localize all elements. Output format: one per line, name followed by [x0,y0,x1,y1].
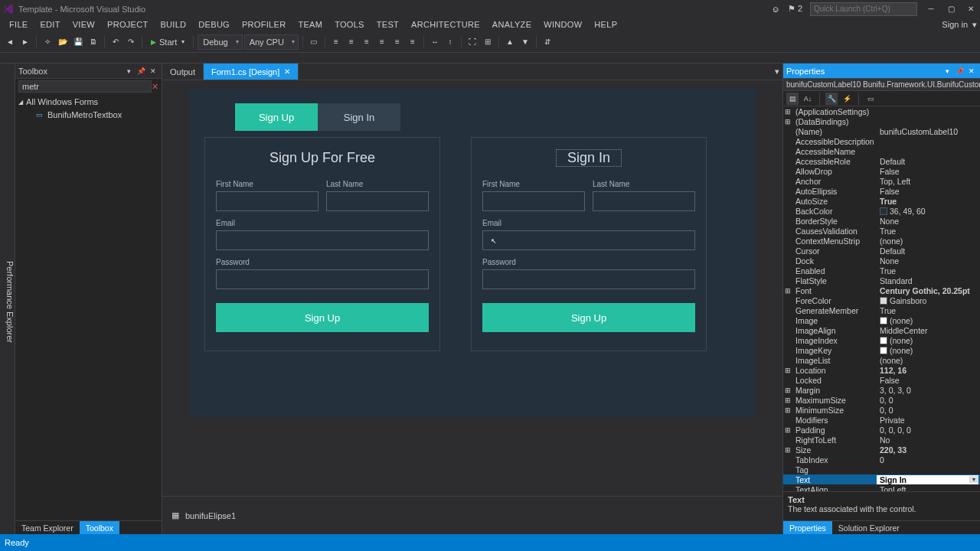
menu-profiler[interactable]: PROFILER [236,18,292,31]
property-value[interactable]: Private [877,416,980,425]
property-row[interactable]: AccessibleDescription [783,136,980,146]
property-value[interactable]: bunifuCustomLabel10 [877,127,980,136]
signin-link[interactable]: Sign in [937,18,972,31]
expand-icon[interactable]: ⊞ [783,426,792,434]
property-row[interactable]: ModifiersPrivate [783,415,980,425]
toolbox-category[interactable]: ◢ All Windows Forms [15,96,162,108]
designer-surface[interactable]: Sign Up Sign In Sign Up For Free First N… [162,80,782,496]
property-value[interactable]: False [877,167,980,176]
menu-view[interactable]: VIEW [67,18,101,31]
new-project-icon[interactable]: ✧ [41,35,54,49]
panel-close-icon[interactable]: ✕ [148,66,158,77]
properties-grid[interactable]: ⊞(ApplicationSettings)⊞(DataBindings)(Na… [783,106,980,491]
panel-close-icon[interactable]: ✕ [966,66,977,77]
property-value[interactable]: 0, 0, 0, 0 [877,425,980,435]
signup-panel[interactable]: Sign Up For Free First Name Last Name Em… [204,137,440,351]
property-row[interactable]: BorderStyleNone [783,216,980,226]
menu-file[interactable]: FILE [3,18,34,31]
property-row[interactable]: CausesValidationTrue [783,226,980,236]
property-value[interactable]: TopLeft [877,485,980,492]
property-value[interactable]: 3, 0, 3, 0 [877,386,980,395]
property-row[interactable]: ImageIndex(none) [783,335,980,345]
doctab-output[interactable]: Output [162,64,204,80]
expand-icon[interactable]: ⊞ [783,108,792,116]
property-value[interactable]: (none) [877,336,980,345]
input-first-name[interactable] [216,191,318,211]
property-value[interactable]: 0, 0 [877,396,980,405]
menu-build[interactable]: BUILD [154,18,192,31]
property-row[interactable]: (Name)bunifuCustomLabel10 [783,126,980,136]
property-row[interactable]: DockNone [783,256,980,266]
expand-icon[interactable]: ⊞ [783,287,792,295]
property-value[interactable]: None [877,217,980,226]
doctab-form1-design[interactable]: Form1.cs [Design]✕ [204,64,299,80]
property-row[interactable]: AccessibleName [783,146,980,156]
maximize-button[interactable]: ▢ [945,3,957,15]
input-email-2[interactable]: ↖ [482,230,695,250]
events-icon[interactable]: ⚡ [841,93,853,105]
tab-team-explorer[interactable]: Team Explorer [15,521,80,534]
property-value[interactable]: True [877,306,980,315]
property-value[interactable]: Default [877,246,980,256]
form-tab-signup[interactable]: Sign Up [235,103,318,131]
property-row[interactable]: Image(none) [783,315,980,325]
tab-toolbox[interactable]: Toolbox [80,521,119,534]
save-all-icon[interactable]: 🗎 [87,35,100,49]
property-value[interactable]: No [877,435,980,445]
panel-dropdown-icon[interactable]: ▾ [123,66,134,77]
property-row[interactable]: ImageList(none) [783,355,980,365]
menu-help[interactable]: HELP [588,18,623,31]
expand-icon[interactable]: ⊞ [783,386,792,394]
property-row[interactable]: AutoEllipsisFalse [783,186,980,196]
size-icon[interactable]: ⛶ [466,35,479,49]
property-row[interactable]: ⊞(ApplicationSettings) [783,106,980,116]
property-value[interactable]: 112, 16 [877,366,980,375]
property-value[interactable]: Top, Left [877,177,980,186]
feedback-icon[interactable]: ☺ [772,5,780,14]
expand-icon[interactable]: ⊞ [783,367,792,374]
tab-solution-explorer[interactable]: Solution Explorer [832,521,906,534]
property-value[interactable]: 0 [877,455,980,465]
hspace-icon[interactable]: ↔ [428,35,442,49]
config-dropdown[interactable]: Debug [198,34,242,50]
form-tab-signin[interactable]: Sign In [318,103,400,131]
property-row[interactable]: ContextMenuStrip(none) [783,236,980,246]
props-icon[interactable]: 🔧 [825,93,838,105]
property-row[interactable]: ⊞MaximumSize0, 0 [783,395,980,405]
property-value[interactable]: Century Gothic, 20.25pt [877,286,980,295]
property-value[interactable]: True [877,266,980,276]
property-value[interactable]: (none) [877,316,980,325]
property-row[interactable]: ⊞Padding0, 0, 0, 0 [783,425,980,435]
property-value[interactable]: Sign In▾ [877,475,978,484]
menu-analyze[interactable]: ANALYZE [486,18,537,31]
expand-icon[interactable]: ⊞ [783,406,792,414]
minimize-button[interactable]: ─ [925,3,937,15]
property-row[interactable]: ImageKey(none) [783,345,980,355]
undo-icon[interactable]: ↶ [109,35,122,49]
property-row[interactable]: AllowDropFalse [783,166,980,176]
property-row[interactable]: ⊞MinimumSize0, 0 [783,405,980,415]
expand-icon[interactable]: ⊞ [783,118,792,126]
property-row[interactable]: ⊞Margin3, 0, 3, 0 [783,385,980,395]
input-password[interactable] [216,269,429,289]
menu-architecture[interactable]: ARCHITECTURE [405,18,486,31]
quick-launch-input[interactable] [810,2,917,16]
prop-pages-icon[interactable]: ▭ [864,93,877,105]
platform-dropdown[interactable]: Any CPU [244,34,299,50]
property-value[interactable]: None [877,256,980,266]
pin-icon[interactable]: 📌 [136,66,146,77]
property-row[interactable]: ⊞(DataBindings) [783,116,980,126]
property-row[interactable]: ForeColorGainsboro [783,295,980,305]
input-password-2[interactable] [482,269,695,289]
signin-title-selected[interactable]: Sign In [557,150,621,166]
property-value[interactable]: 36, 49, 60 [877,207,980,216]
notifications-flag-icon[interactable]: ⚑ 2 [788,4,802,14]
property-value[interactable]: Standard [877,276,980,285]
send-back-icon[interactable]: ▼ [518,35,532,49]
align-top-icon[interactable]: ≡ [375,35,389,49]
property-row[interactable]: ⊞FontCentury Gothic, 20.25pt [783,285,980,295]
property-value[interactable]: (none) [877,356,980,365]
pin-icon[interactable]: 📌 [954,66,965,77]
property-row[interactable]: TabIndex0 [783,455,980,465]
panel-dropdown-icon[interactable]: ▾ [942,66,952,77]
